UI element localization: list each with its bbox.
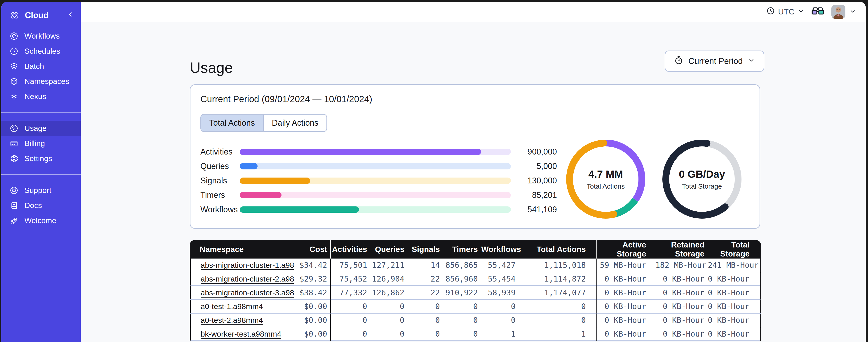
docs-icon (9, 201, 19, 210)
sidebar-account-nav: UsageBillingSettings (1, 118, 81, 168)
cell-total-storage: 0 KB-Hour (708, 327, 761, 341)
period-selector-button[interactable]: Current Period (665, 50, 764, 72)
bar-label: Queries (200, 162, 240, 171)
cell-retained-storage: 0 KB-Hour (655, 272, 708, 286)
bar-track (240, 149, 511, 155)
cell-workflows: 55,454 (481, 272, 519, 286)
cell-queries: 0 (370, 300, 408, 314)
sidebar-item-label: Nexus (24, 92, 46, 101)
namespace-link[interactable]: a0-test-1.a98mm4 (200, 302, 263, 311)
table-row: abs-migration-cluster-2.a98mm4$29.3275,4… (190, 272, 761, 286)
sidebar-collapse-icon[interactable] (67, 10, 74, 20)
bar-track (240, 192, 511, 198)
cell-total-actions: 1,174,077 (519, 286, 596, 300)
cell-workflows: 55,427 (481, 259, 519, 272)
bar-track (240, 206, 511, 213)
namespace-link[interactable]: abs-migration-cluster-3.a98mm4 (200, 288, 294, 297)
cell-signals: 22 (408, 272, 443, 286)
cell-activities: 0 (330, 327, 370, 341)
sidebar-item-billing[interactable]: Billing (1, 136, 81, 151)
tab-daily-actions[interactable]: Daily Actions (263, 114, 327, 131)
user-avatar[interactable] (831, 5, 845, 19)
sidebar: Cloud WorkflowsSchedulesBatchNamespacesN… (1, 2, 81, 342)
brand-label: Cloud (25, 10, 49, 20)
workflows-icon (9, 32, 19, 41)
sidebar-item-label: Billing (24, 139, 45, 148)
cell-activities: 0 (330, 300, 370, 314)
donut-value: 4.7 MM (588, 168, 623, 180)
table-row: a0-test-2.a98mm4$0.000000000 KB-Hour0 KB… (190, 314, 761, 327)
sidebar-item-settings[interactable]: Settings (1, 151, 81, 166)
cell-namespace: abs-migration-cluster-1.a98mm4 (190, 259, 294, 272)
cell-total-storage: 241 MB-Hour (708, 259, 761, 272)
column-header-cost: Cost (294, 240, 330, 259)
sidebar-item-schedules[interactable]: Schedules (1, 43, 81, 59)
sidebar-item-workflows[interactable]: Workflows (1, 28, 81, 43)
column-header-signals: Signals (408, 240, 443, 259)
sidebar-item-welcome[interactable]: Welcome (1, 213, 81, 228)
usage-summary-card: Current Period (09/01/2024 — 10/01/2024)… (190, 84, 760, 229)
actions-view-tabs: Total Actions Daily Actions (200, 114, 327, 132)
cell-timers: 856,960 (443, 272, 481, 286)
cell-signals: 0 (408, 327, 443, 341)
namespace-link[interactable]: bk-worker-test.a98mm4 (200, 330, 281, 338)
cell-total-actions: 0 (519, 314, 596, 327)
cell-timers: 910,922 (443, 286, 481, 300)
table-row: bk-worker-test.a98mm4$0.000000110 KB-Hou… (190, 327, 761, 341)
cell-activities: 75,501 (330, 259, 370, 272)
sidebar-item-label: Batch (24, 62, 44, 71)
sidebar-item-batch[interactable]: Batch (1, 59, 81, 74)
sidebar-item-nexus[interactable]: Nexus (1, 89, 81, 104)
tab-total-actions[interactable]: Total Actions (201, 114, 263, 131)
column-header-queries: Queries (370, 240, 408, 259)
sidebar-item-label: Docs (24, 201, 42, 210)
sidebar-divider (1, 112, 81, 112)
cell-timers: 0 (443, 300, 481, 314)
schedules-icon (9, 47, 19, 56)
bar-track (240, 177, 511, 184)
timezone-selector[interactable]: UTC (766, 6, 804, 17)
app-window: Cloud WorkflowsSchedulesBatchNamespacesN… (1, 2, 866, 342)
namespace-link[interactable]: a0-test-2.a98mm4 (200, 316, 263, 324)
cell-total-storage: 0 KB-Hour (708, 314, 761, 327)
cell-retained-storage: 0 KB-Hour (655, 314, 708, 327)
cell-activities: 75,452 (330, 272, 370, 286)
cell-total-storage: 0 KB-Hour (708, 300, 761, 314)
sidebar-item-label: Schedules (24, 47, 60, 56)
cell-queries: 0 (370, 314, 408, 327)
cell-active-storage: 0 KB-Hour (596, 314, 655, 327)
total-actions-donut: 4.7 MMTotal Actions (566, 139, 646, 219)
welcome-icon (9, 216, 19, 225)
cell-total-actions: 1,115,018 (519, 259, 596, 272)
donut-center-label: 4.7 MMTotal Actions (566, 139, 646, 219)
usage-bar-row: Workflows541,109 (200, 202, 557, 217)
sidebar-main-nav: WorkflowsSchedulesBatchNamespacesNexus (1, 26, 81, 106)
table-header-row: NamespaceCostActivitiesQueriesSignalsTim… (190, 240, 761, 259)
sidebar-item-docs[interactable]: Docs (1, 198, 81, 213)
cell-signals: 0 (408, 300, 443, 314)
namespace-link[interactable]: abs-migration-cluster-1.a98mm4 (200, 261, 294, 269)
cell-queries: 0 (370, 327, 408, 341)
sidebar-item-label: Support (24, 186, 51, 195)
labs-glasses-icon[interactable] (811, 6, 825, 18)
bar-fill (240, 206, 359, 213)
sidebar-item-support[interactable]: Support (1, 183, 81, 198)
stopwatch-icon (674, 56, 683, 67)
sidebar-item-namespaces[interactable]: Namespaces (1, 74, 81, 89)
cell-cost: $0.00 (294, 300, 330, 314)
donut-center-label: 0 GB/DayTotal Storage (662, 139, 742, 219)
chevron-down-icon (748, 57, 755, 66)
donut-caption: Total Storage (682, 182, 722, 190)
column-header-workflows: Workflows (481, 240, 519, 259)
cell-workflows: 58,939 (481, 286, 519, 300)
sidebar-help-nav: SupportDocsWelcome (1, 180, 81, 230)
billing-icon (9, 139, 19, 148)
sidebar-item-usage[interactable]: Usage (1, 121, 81, 136)
bar-label: Activities (200, 147, 240, 157)
namespace-link[interactable]: abs-migration-cluster-2.a98mm4 (200, 275, 294, 283)
account-menu[interactable] (831, 5, 856, 19)
cell-active-storage: 59 MB-Hour (596, 259, 655, 272)
cell-retained-storage: 182 MB-Hour (655, 259, 708, 272)
cell-workflows: 1 (481, 327, 519, 341)
cell-activities: 77,332 (330, 286, 370, 300)
